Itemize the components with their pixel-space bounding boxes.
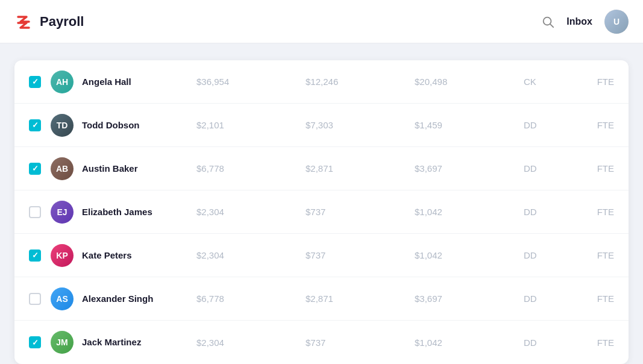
employee-col2: $737 [306, 337, 415, 348]
employee-col2: $2,871 [306, 163, 415, 174]
employee-name: Angela Hall [82, 77, 131, 87]
row-checkbox[interactable] [29, 163, 41, 175]
employee-payment-type: DD [524, 207, 572, 217]
checkbox-cell [29, 293, 51, 305]
employee-avatar: TD [51, 114, 74, 137]
employee-col3: $3,697 [415, 163, 524, 174]
logo-icon [14, 12, 34, 31]
checkbox-cell [29, 206, 51, 218]
row-checkbox[interactable] [29, 76, 41, 88]
header-right: Inbox U [541, 10, 629, 34]
employee-name-cell: Austin Baker [82, 163, 196, 174]
employee-employment-type: FTE [572, 293, 614, 304]
employee-col3: $1,042 [415, 337, 524, 348]
employee-col2: $12,246 [306, 77, 415, 87]
header: Payroll Inbox U [0, 0, 643, 43]
avatar-cell: JM [51, 331, 82, 354]
avatar-cell: KP [51, 244, 82, 267]
employee-avatar: KP [51, 244, 74, 267]
row-checkbox[interactable] [29, 119, 41, 131]
employee-name: Austin Baker [82, 163, 138, 174]
employee-name: Alexander Singh [82, 293, 153, 304]
employee-name-cell: Todd Dobson [82, 120, 196, 131]
employees-card: AH Angela Hall $36,954 $12,246 $20,498 C… [14, 60, 629, 364]
table-row: AH Angela Hall $36,954 $12,246 $20,498 C… [14, 60, 629, 104]
employee-payment-type: DD [524, 163, 572, 174]
employee-employment-type: FTE [572, 77, 614, 87]
employees-list: AH Angela Hall $36,954 $12,246 $20,498 C… [14, 60, 629, 364]
employee-employment-type: FTE [572, 163, 614, 174]
employee-col1: $6,778 [196, 293, 306, 304]
employee-name-cell: Kate Peters [82, 250, 196, 261]
employee-name: Elizabeth James [82, 207, 152, 217]
main-content: AH Angela Hall $36,954 $12,246 $20,498 C… [0, 43, 643, 364]
employee-employment-type: FTE [572, 337, 614, 348]
table-row: TD Todd Dobson $2,101 $7,303 $1,459 DD F… [14, 104, 629, 147]
employee-col3: $1,459 [415, 120, 524, 130]
employee-col2: $737 [306, 250, 415, 260]
row-checkbox[interactable] [29, 336, 41, 348]
employee-avatar: AH [51, 71, 74, 93]
checkbox-cell [29, 249, 51, 262]
avatar-cell: TD [51, 114, 82, 137]
table-row: EJ Elizabeth James $2,304 $737 $1,042 DD… [14, 190, 629, 234]
checkbox-cell [29, 336, 51, 348]
employee-col1: $2,101 [196, 120, 306, 130]
employee-name-cell: Angela Hall [82, 77, 196, 87]
table-row: JM Jack Martinez $2,304 $737 $1,042 DD F… [14, 321, 629, 364]
app-title: Payroll [40, 14, 84, 30]
checkbox-cell [29, 163, 51, 175]
table-row: KP Kate Peters $2,304 $737 $1,042 DD FTE [14, 234, 629, 277]
row-checkbox[interactable] [29, 206, 41, 218]
employee-name-cell: Elizabeth James [82, 207, 196, 218]
employee-payment-type: DD [524, 250, 572, 260]
svg-line-1 [550, 24, 553, 27]
employee-col3: $3,697 [415, 293, 524, 304]
employee-payment-type: CK [524, 77, 572, 87]
table-row: AS Alexander Singh $6,778 $2,871 $3,697 … [14, 277, 629, 321]
employee-name-cell: Jack Martinez [82, 337, 196, 348]
avatar-cell: AS [51, 287, 82, 310]
employee-avatar: AB [51, 157, 74, 180]
search-icon [541, 15, 554, 28]
employee-col1: $6,778 [196, 163, 306, 174]
inbox-button[interactable]: Inbox [566, 16, 592, 27]
employee-payment-type: DD [524, 337, 572, 348]
employee-col1: $2,304 [196, 337, 306, 348]
employee-name: Todd Dobson [82, 120, 140, 130]
user-avatar-placeholder: U [604, 10, 629, 34]
employee-name: Kate Peters [82, 250, 132, 260]
row-checkbox[interactable] [29, 293, 41, 305]
employee-avatar: EJ [51, 201, 74, 224]
employee-col3: $1,042 [415, 250, 524, 260]
employee-col3: $20,498 [415, 77, 524, 87]
employee-col1: $2,304 [196, 207, 306, 217]
search-button[interactable] [541, 15, 554, 28]
avatar-cell: EJ [51, 201, 82, 224]
employee-employment-type: FTE [572, 250, 614, 260]
checkbox-cell [29, 76, 51, 88]
employee-employment-type: FTE [572, 120, 614, 130]
checkbox-cell [29, 119, 51, 131]
employee-employment-type: FTE [572, 207, 614, 217]
employee-col1: $36,954 [196, 77, 306, 87]
employee-payment-type: DD [524, 293, 572, 304]
row-checkbox[interactable] [29, 249, 41, 262]
avatar-cell: AH [51, 71, 82, 93]
employee-avatar: JM [51, 331, 74, 354]
employee-name: Jack Martinez [82, 337, 141, 347]
employee-avatar: AS [51, 287, 74, 310]
user-avatar[interactable]: U [604, 10, 629, 34]
employee-col2: $2,871 [306, 293, 415, 304]
employee-payment-type: DD [524, 120, 572, 130]
employee-name-cell: Alexander Singh [82, 293, 196, 304]
table-row: AB Austin Baker $6,778 $2,871 $3,697 DD … [14, 147, 629, 190]
employee-col2: $7,303 [306, 120, 415, 130]
avatar-cell: AB [51, 157, 82, 180]
logo-area: Payroll [14, 12, 84, 31]
employee-col3: $1,042 [415, 207, 524, 217]
employee-col2: $737 [306, 207, 415, 217]
employee-col1: $2,304 [196, 250, 306, 260]
